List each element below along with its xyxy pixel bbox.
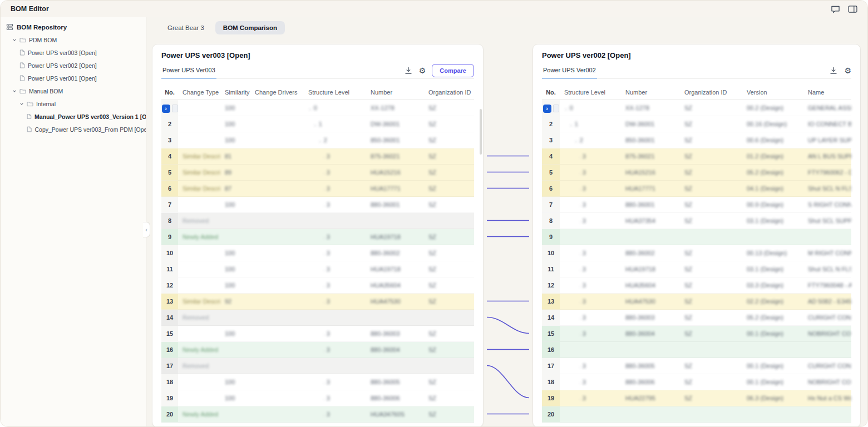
table-row[interactable]: 19100-3880-36006SZ — [161, 390, 474, 406]
chat-icon[interactable] — [831, 5, 840, 13]
download-icon[interactable] — [829, 66, 838, 75]
cell-change_type — [178, 132, 220, 148]
table-row[interactable]: 8Removed — [161, 213, 474, 229]
table-row[interactable]: 4-3875-36021SZ01.2 (Design)AN L BUS SUPP… — [542, 148, 851, 165]
tab-bom-comparison[interactable]: BOM Comparison — [215, 21, 285, 34]
file-icon — [19, 75, 25, 81]
table-row[interactable]: 5Similar Descriptio89-3HUA15216SZ — [161, 165, 474, 181]
table-row[interactable]: 20Newly Added-3HUA34760SSZ — [161, 406, 474, 423]
caret-down-icon[interactable] — [19, 102, 24, 106]
table-row[interactable]: 3⌄2850-36001SZ00.6 (Design)UP LAYER SUPP… — [542, 132, 851, 148]
table-row[interactable]: 4Similar Descriptio81-3875-36021SZ — [161, 148, 474, 165]
table-row[interactable]: 19-3HUA22795SZ06.3 (Design)Hx Nut a CS W… — [542, 390, 851, 406]
column-header-structure_level[interactable]: Structure Level — [560, 89, 621, 96]
tree-item-file[interactable]: Power UPS ver001 [Open] — [1, 72, 146, 85]
column-header-number[interactable]: Number — [366, 89, 424, 96]
compare-button[interactable]: Compare — [432, 64, 474, 77]
table-row[interactable]: 10-3880-36002SZ00.13 (Design)M RIGHT CON… — [542, 245, 851, 261]
table-row[interactable]: 20 — [542, 406, 851, 423]
column-header-number[interactable]: Number — [621, 89, 680, 96]
table-row[interactable]: 14-3880-36003SZ05.2 (Design)CURIGHT CONN… — [542, 310, 851, 326]
table-row[interactable]: 17Removed — [161, 358, 474, 374]
table-row[interactable]: 2⌄1DW-36001SZ00.16 (Design)IO CONNECT BU… — [542, 116, 851, 132]
table-row[interactable]: 16 — [542, 342, 851, 358]
cell-similarity: 100 — [220, 100, 250, 116]
table-row[interactable]: 16Newly Added-3880-36004SZ — [161, 342, 474, 358]
table-row[interactable]: 2100⌄1DW-36001SZ — [161, 116, 474, 132]
table-row[interactable]: 13-3HUA47530SZ02.2 (Design)AD 5082 - E34… — [542, 294, 851, 310]
left-panel-subtab[interactable]: Power UPS Ver003 — [161, 63, 216, 79]
table-row[interactable]: ›100⌄0XX-1278SZ — [161, 100, 474, 116]
expand-row-button[interactable]: › — [543, 105, 551, 113]
table-row[interactable]: 11-3HUA19718SZ03.1 (Design)Shut SCL N FL… — [542, 261, 851, 277]
cell-structure_level: -3 — [560, 181, 621, 196]
level-caret-icon[interactable]: ⌄ — [574, 138, 578, 143]
tree-item-folder[interactable]: Internal — [1, 97, 146, 110]
cell-change_drivers — [250, 197, 304, 212]
level-caret-icon[interactable]: ⌄ — [308, 106, 312, 111]
tree-item-folder[interactable]: Manual BOM — [1, 85, 146, 97]
table-row[interactable]: 11100-3HUA19718SZ — [161, 261, 474, 277]
level-tick: - — [323, 348, 325, 353]
column-header-organization[interactable]: Organization ID — [424, 89, 474, 96]
tree-item-file[interactable]: Power UPS ver003 [Open] — [1, 46, 146, 59]
column-header-change_type[interactable]: Change Type — [178, 89, 220, 96]
table-row[interactable]: 9Newly Added-3HUA19718SZ — [161, 229, 474, 245]
cell-similarity — [220, 358, 250, 374]
caret-down-icon[interactable] — [12, 89, 17, 93]
tree-item-file[interactable]: Manual_Power UPS ver003_Version 1 [Open] — [1, 110, 146, 123]
column-header-version[interactable]: Version — [742, 89, 803, 96]
table-row[interactable]: 6Similar Descriptio87-3HUA17771SZ — [161, 181, 474, 197]
cell-version: 03.3 (Design) — [742, 277, 803, 293]
settings-gear-icon[interactable]: ⚙ — [419, 67, 426, 75]
column-header-similarity[interactable]: Similarity — [220, 89, 250, 96]
table-row[interactable]: 5-3HUA15216SZ05.2 (Design)FTY7960062 - D… — [542, 165, 851, 181]
table-row[interactable]: 15100-3880-36003SZ — [161, 326, 474, 342]
panel-toggle-icon[interactable] — [848, 6, 857, 13]
table-row[interactable]: 12100-3HUA35604SZ — [161, 277, 474, 294]
table-row[interactable]: 9 — [542, 229, 851, 245]
column-header-name[interactable]: Name — [803, 89, 851, 96]
row-handle[interactable] — [553, 105, 559, 112]
sidebar-root-bom-repository[interactable]: BOM Repository — [1, 21, 146, 33]
sidebar-collapse-handle[interactable]: ‹ — [143, 222, 150, 237]
table-row[interactable]: 12-3HUA35604SZ03.3 (Design)FTY7960048 - … — [542, 277, 851, 294]
table-row[interactable]: 18100-3880-36005SZ — [161, 374, 474, 390]
table-row[interactable]: 10100-3880-36002SZ — [161, 245, 474, 261]
table-row[interactable]: 17-3880-36005SZ00.1 (Design)CURIGHT CONN… — [542, 358, 851, 374]
table-row[interactable]: 14Removed — [161, 310, 474, 326]
table-row[interactable]: 8-3HUA37354SZ03.1 (Design)Shut SCL SUPPO… — [542, 213, 851, 229]
tree-item-file[interactable]: Power UPS ver002 [Open] — [1, 59, 146, 72]
column-header-no[interactable]: No. — [542, 89, 560, 96]
table-row[interactable]: ›⌄0XX-1278SZ00.2 (Design)GENERAL ASSEMB.… — [542, 100, 851, 116]
table-row[interactable]: 7-3880-36001SZ00.9 (Design)S RIGHT CONNE… — [542, 197, 851, 213]
level-caret-icon[interactable]: ⌄ — [569, 122, 573, 127]
table-row[interactable]: 18-3880-36006SZ00.1 (Design)NOBRIGHT CON… — [542, 374, 851, 390]
cell-structure_level: -3 — [304, 261, 366, 277]
right-panel-subtab[interactable]: Power UPS Ver002 — [542, 63, 597, 79]
tab-great-bear-3[interactable]: Great Bear 3 — [160, 21, 212, 34]
folder-icon — [19, 88, 26, 94]
row-handle[interactable] — [172, 105, 178, 112]
expand-row-button[interactable]: › — [162, 105, 170, 113]
table-row[interactable]: 6-3HUA17771SZ04.1 (Design)Shut SCL N FLS… — [542, 181, 851, 197]
level-caret-icon[interactable]: ⌄ — [313, 122, 317, 127]
column-header-no[interactable]: No. — [161, 89, 178, 96]
tree-item-folder[interactable]: PDM BOM — [1, 33, 146, 46]
column-header-organization_id[interactable]: Organization ID — [680, 89, 742, 96]
download-icon[interactable] — [404, 66, 413, 75]
cell-name: UP LAYER SUPPOR... — [803, 132, 851, 148]
scrollbar[interactable] — [480, 109, 482, 155]
table-row[interactable]: 3100⌄2850-36001SZ — [161, 132, 474, 148]
tree-item-file[interactable]: Copy_Power UPS ver003_From PDM [Open] — [1, 123, 146, 136]
table-row[interactable]: 13Similar Descriptio92-3HUA47530SZ — [161, 294, 474, 310]
caret-down-icon[interactable] — [12, 38, 17, 42]
cell-name: AN L BUS SUPPORT... — [803, 148, 851, 164]
level-caret-icon[interactable]: ⌄ — [318, 138, 322, 143]
table-row[interactable]: 7100-3880-36001SZ — [161, 197, 474, 213]
column-header-structure_level[interactable]: Structure Level — [304, 89, 366, 96]
column-header-change_drivers[interactable]: Change Drivers — [250, 89, 304, 96]
table-row[interactable]: 15-3880-36004SZ00.1 (Design)NOBRIGHT CON… — [542, 326, 851, 342]
level-caret-icon[interactable]: ⌄ — [564, 106, 568, 111]
settings-gear-icon[interactable]: ⚙ — [844, 67, 851, 75]
